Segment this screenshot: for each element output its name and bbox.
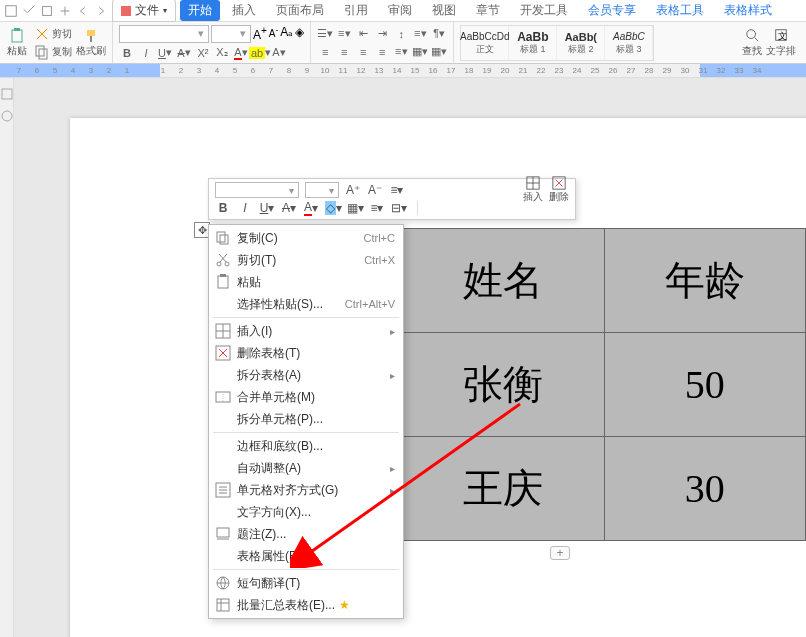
mini-merge-icon[interactable]: ⊟▾ <box>391 200 407 216</box>
change-case-icon[interactable]: Aₐ <box>280 25 293 43</box>
tab-view[interactable]: 视图 <box>424 0 464 21</box>
char-shade-icon[interactable]: A▾ <box>271 45 287 61</box>
shading-icon[interactable]: ▦▾ <box>412 44 428 60</box>
qa-icon-2[interactable] <box>22 4 36 18</box>
align-justify-icon[interactable]: ≡ <box>374 44 390 60</box>
shrink-font-icon[interactable]: A- <box>269 25 278 43</box>
cm-paste[interactable]: 粘贴 <box>209 271 403 293</box>
table-row[interactable]: 姓名 年龄 <box>403 229 806 333</box>
cm-merge-cells[interactable]: 合并单元格(M) <box>209 386 403 408</box>
highlight-icon[interactable]: ab▾ <box>252 45 268 61</box>
style-h1[interactable]: AaBb 标题 1 <box>509 26 557 60</box>
subscript-icon[interactable]: X₂ <box>214 45 230 61</box>
mini-bold-icon[interactable]: B <box>215 200 231 216</box>
cm-cut[interactable]: 剪切(T) Ctrl+X <box>209 249 403 271</box>
document-table[interactable]: 姓名 年龄 张衡 50 王庆 30 <box>402 228 806 541</box>
mini-borders-icon[interactable]: ▦▾ <box>347 200 363 216</box>
text-tool-button[interactable]: 文 文字排 <box>766 28 796 58</box>
bold-icon[interactable]: B <box>119 45 135 61</box>
bullets-icon[interactable]: ☰▾ <box>317 26 333 42</box>
side-icon-1[interactable] <box>1 88 13 100</box>
font-color-icon[interactable]: A▾ <box>233 45 249 61</box>
cut-button[interactable]: 剪切 <box>34 26 72 42</box>
align-right-icon[interactable]: ≡ <box>355 44 371 60</box>
linespacing-icon[interactable]: ≡▾ <box>412 26 428 42</box>
superscript-icon[interactable]: X² <box>195 45 211 61</box>
tab-section[interactable]: 章节 <box>468 0 508 21</box>
side-icon-2[interactable] <box>1 110 13 122</box>
mini-font-combo[interactable]: ▾ <box>215 182 299 198</box>
strike-icon[interactable]: A▾ <box>176 45 192 61</box>
mini-size-combo[interactable]: ▾ <box>305 182 339 198</box>
cm-caption[interactable]: 题注(Z)... <box>209 523 403 545</box>
mini-italic-icon[interactable]: I <box>237 200 253 216</box>
italic-icon[interactable]: I <box>138 45 154 61</box>
table-cell[interactable]: 50 <box>604 333 806 437</box>
qa-icon-4[interactable] <box>58 4 72 18</box>
mini-font-color-icon[interactable]: A▾ <box>303 200 319 216</box>
outdent-icon[interactable]: ⇤ <box>355 26 371 42</box>
cm-borders[interactable]: 边框和底纹(B)... <box>209 435 403 457</box>
table-cell[interactable]: 姓名 <box>403 229 605 333</box>
style-normal[interactable]: AaBbCcDd 正文 <box>461 26 509 60</box>
cm-insert[interactable]: 插入(I) ▸ <box>209 320 403 342</box>
cm-split-cells[interactable]: 拆分单元格(P)... <box>209 408 403 430</box>
cm-summary[interactable]: 批量汇总表格(E)... ★ <box>209 594 403 616</box>
paragraph-mark-icon[interactable]: ¶▾ <box>431 26 447 42</box>
qa-icon-3[interactable] <box>40 4 54 18</box>
font-size-combo[interactable]: ▾ <box>211 25 251 43</box>
borders-icon[interactable]: ▦▾ <box>431 44 447 60</box>
table-cell[interactable]: 年龄 <box>604 229 806 333</box>
table-cell[interactable]: 30 <box>604 437 806 541</box>
tab-member[interactable]: 会员专享 <box>580 0 644 21</box>
qa-icon-1[interactable] <box>4 4 18 18</box>
copy-button[interactable]: 复制 <box>34 44 72 60</box>
cm-copy[interactable]: 复制(C) Ctrl+C <box>209 227 403 249</box>
tab-table-tools[interactable]: 表格工具 <box>648 0 712 21</box>
paste-button[interactable]: 粘贴 <box>4 25 30 61</box>
cm-autofit[interactable]: 自动调整(A) ▸ <box>209 457 403 479</box>
sort-icon[interactable]: ↕ <box>393 26 409 42</box>
cm-text-dir[interactable]: 文字方向(X)... <box>209 501 403 523</box>
table-row[interactable]: 张衡 50 <box>403 333 806 437</box>
align-left-icon[interactable]: ≡ <box>317 44 333 60</box>
table-cell[interactable]: 王庆 <box>403 437 605 541</box>
grow-font-icon[interactable]: A+ <box>253 25 267 43</box>
mini-strike-icon[interactable]: A▾ <box>281 200 297 216</box>
tab-reference[interactable]: 引用 <box>336 0 376 21</box>
tab-insert[interactable]: 插入 <box>224 0 264 21</box>
tab-start[interactable]: 开始 <box>180 0 220 21</box>
mini-align-icon[interactable]: ≡▾ <box>369 200 385 216</box>
mini-shrink-font-icon[interactable]: A⁻ <box>367 182 383 198</box>
cm-delete-table[interactable]: 删除表格(T) <box>209 342 403 364</box>
distribute-icon[interactable]: ≡▾ <box>393 44 409 60</box>
clear-format-icon[interactable]: ◈ <box>295 25 304 43</box>
mini-linespacing-icon[interactable]: ≡▾ <box>389 182 405 198</box>
qa-icon-undo[interactable] <box>76 4 90 18</box>
qa-icon-redo[interactable] <box>94 4 108 18</box>
style-h3[interactable]: AaBbC 标题 3 <box>605 26 653 60</box>
underline-icon[interactable]: U▾ <box>157 45 173 61</box>
format-painter-button[interactable]: 格式刷 <box>76 25 106 61</box>
mini-highlight-icon[interactable]: ◇▾ <box>325 200 341 216</box>
cm-split-table[interactable]: 拆分表格(A) ▸ <box>209 364 403 386</box>
align-center-icon[interactable]: ≡ <box>336 44 352 60</box>
styles-gallery[interactable]: AaBbCcDd 正文 AaBb 标题 1 AaBb( 标题 2 AaBbC 标… <box>460 25 654 61</box>
mini-grow-font-icon[interactable]: A⁺ <box>345 182 361 198</box>
font-name-combo[interactable]: ▾ <box>119 25 209 43</box>
tab-table-style[interactable]: 表格样式 <box>716 0 780 21</box>
table-row[interactable]: 王庆 30 <box>403 437 806 541</box>
style-h2[interactable]: AaBb( 标题 2 <box>557 26 605 60</box>
table-cell[interactable]: 张衡 <box>403 333 605 437</box>
tab-review[interactable]: 审阅 <box>380 0 420 21</box>
indent-icon[interactable]: ⇥ <box>374 26 390 42</box>
cm-translate[interactable]: 短句翻译(T) <box>209 572 403 594</box>
mini-underline-icon[interactable]: U▾ <box>259 200 275 216</box>
tab-page-layout[interactable]: 页面布局 <box>268 0 332 21</box>
add-row-button[interactable]: + <box>550 546 570 560</box>
cm-paste-special[interactable]: 选择性粘贴(S)... Ctrl+Alt+V <box>209 293 403 315</box>
numbering-icon[interactable]: ≡▾ <box>336 26 352 42</box>
cm-table-props[interactable]: 表格属性(R)... <box>209 545 403 567</box>
find-button[interactable]: 查找 <box>742 28 762 58</box>
cm-cell-align[interactable]: 单元格对齐方式(G) ▸ <box>209 479 403 501</box>
